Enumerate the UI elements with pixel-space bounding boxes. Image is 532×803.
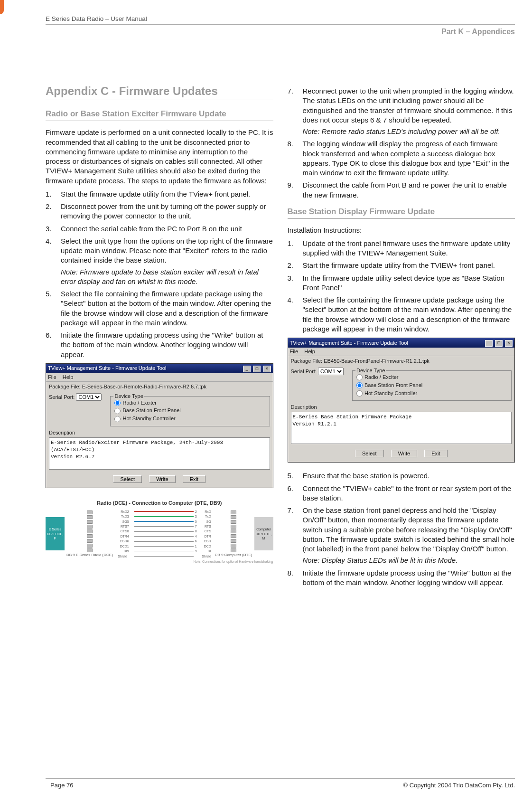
right-column: 7.Reconnect power to the unit when promp…	[288, 84, 515, 590]
wire-row: RTS77RTS	[117, 524, 211, 529]
select-button[interactable]: Select	[355, 450, 384, 457]
serial-port-select[interactable]: COM1	[318, 368, 344, 375]
step-number: 6.	[288, 484, 303, 503]
menu-file[interactable]: File	[48, 374, 56, 380]
serial-port-select[interactable]: COM1	[76, 393, 102, 401]
radio-frontpanel-option[interactable]	[114, 408, 121, 414]
step-text: Select the unit type from the options on…	[61, 236, 273, 286]
desc-box: E-Series Base Station Firmware Package V…	[291, 412, 512, 444]
step-number: 6.	[46, 331, 61, 359]
left-column: Appendix C - Firmware Updates Radio or B…	[46, 84, 273, 590]
menu-help[interactable]: Help	[63, 374, 74, 380]
step-note: Note: Remote radio status LED's includin…	[303, 127, 515, 136]
win2-controls: _ □ ×	[484, 339, 513, 347]
device-type-group: Device Type Radio / Exciter Base Station…	[352, 370, 512, 401]
step-number: 3.	[46, 224, 61, 234]
menu-help[interactable]: Help	[304, 349, 315, 354]
corner-accent	[0, 0, 4, 14]
section-display-update: Base Station Display Firmware Update	[288, 207, 515, 219]
list-item: 4.Select the unit type from the options …	[46, 236, 273, 286]
wire-row: CTS88CTS	[117, 529, 211, 533]
select-button[interactable]: Select	[113, 475, 142, 483]
win1-menubar: File Help	[46, 373, 273, 382]
db9-radio-label: DB 9 E Series Radio (DCE)	[66, 553, 113, 557]
step-number: 2.	[46, 202, 61, 221]
step-text: Start the firmware update utility from t…	[303, 261, 515, 270]
desc-label: Description	[46, 429, 273, 436]
list-item: 7.On the base station front panel depres…	[288, 506, 515, 566]
step-text: Select the file containing the firmware …	[303, 295, 515, 334]
radio-frontpanel-option[interactable]	[356, 382, 363, 388]
device-opt-2: Hot Standby Controller	[122, 416, 175, 421]
step-number: 4.	[46, 236, 61, 286]
close-icon[interactable]: ×	[505, 340, 513, 347]
device-opt-2: Hot Standby Controller	[364, 390, 417, 396]
radio-exciter-option[interactable]	[114, 400, 121, 406]
exit-button[interactable]: Exit	[183, 475, 205, 483]
step-text: The logging window will display the prog…	[303, 139, 515, 178]
list-item: 9.Disconnect the cable from Port B and r…	[288, 180, 515, 200]
step-number: 2.	[288, 261, 303, 270]
display-steps-a: 1.Update of the front panel firmware use…	[288, 239, 515, 334]
display-steps-b: 5.Ensure that the base station is powere…	[288, 471, 515, 587]
radio-end-box: E Series DB 9 DCE, F	[46, 517, 65, 550]
step-text: Start the firmware update utility from t…	[61, 189, 273, 199]
list-item: 3.Connect the serial cable from the PC t…	[46, 224, 273, 234]
pkg-label: Package File:	[291, 358, 323, 364]
device-opt-1: Base Station Front Panel	[364, 382, 422, 388]
db9-computer-label: DB 9 Computer (DTE)	[215, 553, 252, 557]
write-button[interactable]: Write	[391, 450, 417, 457]
exit-button[interactable]: Exit	[424, 450, 447, 457]
pkg-value: E-Series-Base-or-Remote-Radio-Firmware-R…	[82, 384, 206, 389]
list-item: 2.Disconnect power from the unit by turn…	[46, 202, 273, 221]
step-text: Reconnect power to the unit when prompte…	[303, 86, 515, 136]
step-text: Update of the front panel firmware uses …	[303, 239, 515, 258]
step-number: 7.	[288, 506, 303, 566]
step-number: 5.	[288, 471, 303, 481]
wire-row: DSR66DSR	[117, 539, 211, 543]
minimize-icon[interactable]: _	[243, 366, 251, 372]
diagram-title: Radio (DCE) - Connection to Computer (DT…	[97, 500, 222, 507]
step-number: 8.	[288, 568, 303, 588]
connection-diagram: Radio (DCE) - Connection to Computer (DT…	[46, 497, 273, 564]
radio-hotstandby-option[interactable]	[114, 416, 121, 422]
device-opt-0: Radio / Exciter	[122, 400, 157, 406]
device-legend: Device Type	[355, 367, 386, 374]
menu-file[interactable]: File	[290, 349, 299, 354]
section-radio-exciter: Radio or Base Station Exciter Firmware U…	[46, 109, 273, 121]
minimize-icon[interactable]: _	[485, 340, 493, 347]
header-doc-title: E Series Data Radio – User Manual	[46, 14, 515, 25]
exciter-steps: 1.Start the firmware update utility from…	[46, 189, 273, 359]
appendix-heading: Appendix C - Firmware Updates	[46, 84, 273, 100]
step-number: 1.	[288, 239, 303, 258]
device-legend: Device Type	[113, 393, 144, 400]
step-note: Note: Display Status LEDs will be lit in…	[303, 556, 515, 565]
list-item: 1.Update of the front panel firmware use…	[288, 239, 515, 258]
step-text: Disconnect power from the unit by turnin…	[61, 202, 273, 221]
desc-box: E-Series Radio/Exciter Firmware Package,…	[49, 437, 270, 470]
device-type-group: Device Type Radio / Exciter Base Station…	[110, 396, 270, 427]
step-number: 3.	[288, 274, 303, 293]
list-item: 1.Start the firmware update utility from…	[46, 189, 273, 199]
wire-row: RI99RI	[117, 549, 211, 553]
win1-controls: _ □ ×	[242, 365, 271, 372]
step-number: 9.	[288, 180, 303, 200]
wire-shield: ShieldShield	[117, 554, 211, 558]
wire-row: SG55SG	[117, 520, 211, 524]
part-label: Part K – Appendices	[17, 28, 515, 36]
step-text: Initiate the firmware updating process u…	[61, 331, 273, 359]
step-text: On the base station front panel depress …	[303, 506, 515, 566]
write-button[interactable]: Write	[149, 475, 175, 483]
list-item: 6.Connect the "TVIEW+ cable" to the fron…	[288, 484, 515, 503]
win2-title: TView+ Management Suite - Firmware Updat…	[290, 340, 408, 347]
list-item: 4.Select the file containing the firmwar…	[288, 295, 515, 334]
maximize-icon[interactable]: □	[253, 366, 261, 372]
radio-exciter-option[interactable]	[356, 374, 363, 380]
radio-hotstandby-option[interactable]	[356, 390, 363, 397]
exciter-steps-cont: 7.Reconnect power to the unit when promp…	[288, 86, 515, 200]
close-icon[interactable]: ×	[263, 366, 271, 372]
wire-row: RxD22RxD	[117, 510, 211, 514]
wire-row: DCD11DCD	[117, 544, 211, 548]
step-text: Connect the "TVIEW+ cable" to the front …	[303, 484, 515, 503]
maximize-icon[interactable]: □	[495, 340, 503, 347]
